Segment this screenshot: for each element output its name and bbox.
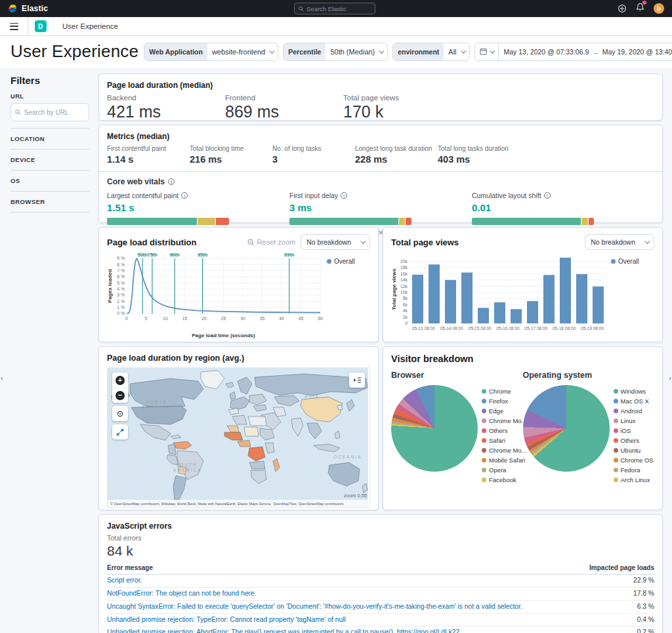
series-dot-icon [611, 259, 616, 264]
zoom-in-icon: + [116, 376, 125, 385]
right-edge-chevron[interactable]: › [669, 374, 671, 382]
browser-pie-chart[interactable] [391, 385, 478, 472]
legend-item[interactable]: Chrome Mo... [482, 447, 523, 454]
map-zoom-out-button[interactable]: − [112, 388, 128, 403]
svg-text:Pages loaded: Pages loaded [107, 269, 113, 303]
vital-distribution-bar [289, 218, 411, 225]
brand-name: Elastic [22, 4, 48, 13]
svg-text:45: 45 [299, 316, 304, 321]
breakdown-select[interactable]: No breakdown [585, 234, 654, 250]
legend-item[interactable]: Others [482, 427, 523, 434]
svg-text:05-17 08:00: 05-17 08:00 [524, 326, 548, 331]
legend-item[interactable]: Linux [614, 417, 654, 424]
app-icon-cell[interactable]: D [28, 17, 53, 35]
legend-item-overall[interactable]: Overall [611, 258, 649, 265]
legend-item[interactable]: Fedora [614, 466, 654, 474]
legend-item[interactable]: Chrome Mo... [482, 417, 523, 424]
legend-item[interactable]: Chrome OS [614, 457, 654, 464]
help-icon[interactable] [618, 4, 627, 13]
sidebar-filter-device[interactable]: DEVICE [10, 149, 89, 170]
legend-label: Arch Linux [621, 476, 650, 483]
legend-item[interactable]: Safari [482, 437, 523, 444]
page-load-distribution-chart[interactable]: 051015202530354045500 %1 %2 %3 %4 %5 %6 … [107, 251, 327, 339]
column-error-message: Error message [107, 564, 582, 571]
sidebar-filter-browser[interactable]: BROWSER [10, 191, 89, 213]
url-search[interactable] [10, 103, 89, 121]
map-expand-button[interactable] [112, 424, 128, 439]
breadcrumb[interactable]: User Experience [53, 17, 127, 35]
legend-item[interactable]: Edge [482, 407, 523, 415]
error-message-link[interactable]: Script error. [107, 577, 582, 585]
svg-text:05-16 08:00: 05-16 08:00 [496, 326, 520, 331]
os-pie-legend: WindowsMac OS XAndroidLinuxiOSOthersUbun… [614, 385, 654, 483]
legend-item[interactable]: Ubuntu [614, 447, 654, 454]
svg-text:Total page views: Total page views [391, 268, 397, 310]
error-message-link[interactable]: Unhandled promise rejection: TypeError: … [107, 616, 582, 624]
os-breakdown: Operating system WindowsMac OS XAndroidL… [523, 367, 655, 483]
user-avatar[interactable]: b [654, 3, 664, 14]
legend-item[interactable]: Windows [614, 388, 654, 395]
stat: Total page views170 k [343, 94, 461, 121]
legend-item[interactable]: Firefox [482, 398, 523, 405]
chevron-down-icon [360, 238, 366, 243]
calendar-menu-button[interactable] [475, 43, 499, 60]
info-icon[interactable] [168, 178, 175, 185]
url-search-input[interactable] [24, 109, 85, 116]
crosshair-icon [116, 410, 124, 418]
world-map[interactable]: NORTHAMERICA SOUTHAMERICA ASIA OCEANIA [108, 368, 368, 507]
vital-value: 1.51 s [107, 202, 289, 213]
os-pie-chart[interactable] [523, 385, 610, 472]
legend-item[interactable]: Facebook [482, 476, 523, 483]
error-message-link[interactable]: Uncaught SyntaxError: Failed to execute … [107, 603, 582, 611]
map-fit-data-button[interactable] [112, 406, 128, 421]
info-icon[interactable] [544, 192, 551, 199]
total-page-views-chart[interactable]: 02k4k6k8k10k12k14k16k18k20k05-13 08:0005… [391, 251, 611, 339]
map-attribution[interactable]: © OpenStreetMap contributors, Wikidata, … [108, 500, 369, 507]
info-icon[interactable] [181, 192, 188, 199]
map-zoom-in-button[interactable]: + [112, 373, 128, 388]
error-message-link[interactable]: Unhandled promise rejection: AbortError:… [107, 628, 582, 633]
legend-item-overall[interactable]: Overall [327, 258, 365, 265]
menu-toggle-button[interactable] [0, 17, 28, 35]
legend-label: Mobile Safari [489, 457, 525, 464]
legend-item[interactable]: Opera [482, 466, 523, 474]
svg-text:20k: 20k [400, 259, 408, 264]
percentile-select[interactable]: 50th (Median) [326, 43, 387, 60]
reset-zoom-button[interactable]: Reset zoom [247, 238, 296, 246]
core-web-vitals-title: Core web vitals [107, 177, 654, 186]
environment-select[interactable]: All [444, 43, 469, 60]
date-range-button[interactable]: May 13, 2020 @ 07:33:06.9 → May 19, 2020… [499, 43, 672, 60]
elastic-logo[interactable]: Elastic [8, 4, 48, 13]
svg-text:10k: 10k [400, 290, 408, 295]
browser-breakdown: Browser ChromeFirefoxEdgeChrome Mo...Oth… [391, 367, 523, 483]
legend-item[interactable]: Others [614, 437, 654, 444]
stat-value: 869 ms [225, 103, 343, 121]
global-search[interactable] [294, 3, 375, 14]
legend-label: iOS [621, 427, 631, 434]
map-legend-toggle-button[interactable] [349, 373, 365, 388]
legend-item[interactable]: Arch Linux [614, 476, 654, 483]
sidebar-filter-location[interactable]: LOCATION [10, 128, 89, 149]
panel-title: Metrics (median) [107, 132, 654, 141]
legend-item[interactable]: Android [614, 407, 654, 415]
sidebar-filter-os[interactable]: OS [10, 170, 89, 191]
breakdown-select[interactable]: No breakdown [301, 234, 370, 250]
service-select[interactable]: website-frontend [207, 43, 278, 60]
notifications-icon[interactable] [636, 3, 644, 14]
legend-item[interactable]: iOS [614, 427, 654, 434]
slice-dot-icon [614, 389, 618, 394]
poor-segment [406, 218, 411, 225]
global-search-input[interactable] [306, 5, 371, 12]
error-message-link[interactable]: NotFoundError: The object can not be fou… [107, 590, 582, 598]
legend-item[interactable]: Chrome [482, 388, 523, 395]
svg-text:05-13 08:00: 05-13 08:00 [412, 326, 436, 331]
left-edge-chevron[interactable]: ‹ [1, 374, 3, 382]
legend-item[interactable]: Mac OS X [614, 398, 654, 405]
info-icon[interactable] [341, 192, 347, 199]
svg-text:30: 30 [240, 316, 245, 321]
svg-text:16k: 16k [400, 272, 408, 276]
date-end: May 19, 2020 @ 13:40:36.7 [602, 48, 672, 56]
legend-item[interactable]: Mobile Safari [482, 457, 523, 464]
svg-text:6k: 6k [403, 302, 408, 307]
legend-label: Chrome OS [621, 457, 654, 464]
